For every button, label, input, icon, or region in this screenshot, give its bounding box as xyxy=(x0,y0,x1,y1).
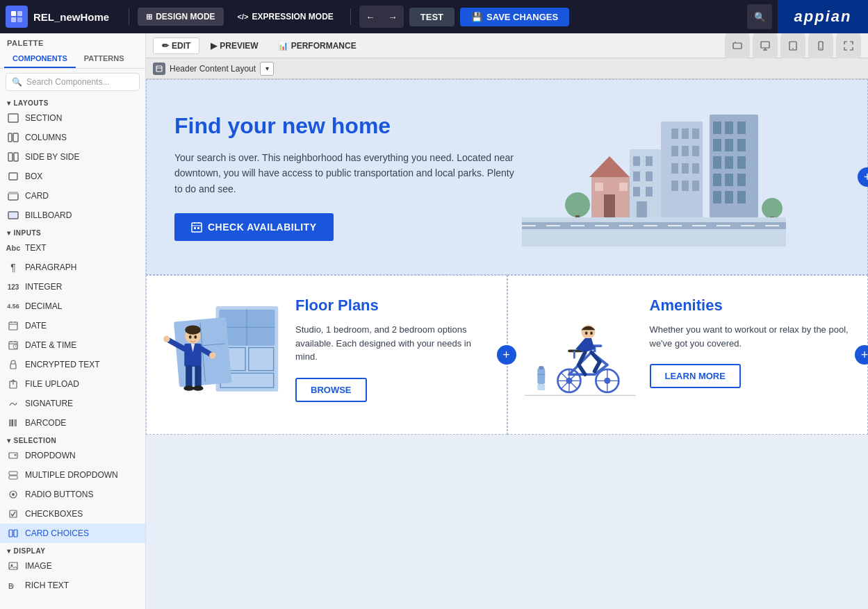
svg-rect-94 xyxy=(646,156,653,166)
svg-rect-71 xyxy=(682,163,689,174)
learn-more-btn[interactable]: LEARN MORE xyxy=(650,364,741,388)
palette-item-sidebyside[interactable]: SIDE BY SIDE xyxy=(0,147,145,167)
amenities-title: Amenities xyxy=(650,297,851,315)
undo-redo-group: ← → xyxy=(359,6,404,28)
palette-item-decimal[interactable]: 4.56 DECIMAL xyxy=(0,297,145,316)
tab-performance[interactable]: 📊 PERFORMANCE xyxy=(270,38,365,53)
palette-item-barcode[interactable]: BARCODE xyxy=(0,413,145,433)
svg-rect-84 xyxy=(725,156,733,169)
columns-icon xyxy=(7,131,19,144)
svg-point-53 xyxy=(820,48,821,49)
breadcrumb-bar: Header Content Layout ▾ xyxy=(146,58,868,79)
palette-item-datetime[interactable]: DATE & TIME xyxy=(0,335,145,355)
palette-item-paragraph[interactable]: ¶ PARAGRAPH xyxy=(0,258,145,277)
svg-rect-98 xyxy=(646,187,653,197)
fileupload-icon xyxy=(7,378,19,390)
section-selection: ▾ SELECTION xyxy=(0,433,145,446)
test-btn[interactable]: TEST xyxy=(409,8,455,26)
search-btn[interactable]: 🔍 xyxy=(747,4,772,29)
desktop-icon-btn[interactable] xyxy=(753,33,778,58)
svg-rect-11 xyxy=(8,192,18,194)
palette-item-fileupload[interactable]: FILE UPLOAD xyxy=(0,374,145,394)
palette-item-integer[interactable]: 123 INTEGER xyxy=(0,277,145,297)
palette-item-richtext[interactable]: BI RICH TEXT xyxy=(0,576,145,595)
palette-item-multidropdown[interactable]: MULTIPLE DROPDOWN xyxy=(0,465,145,485)
add-between-cards-btn[interactable]: + xyxy=(497,345,516,365)
chevron-down-icon-display: ▾ xyxy=(7,547,11,555)
palette-item-date[interactable]: DATE xyxy=(0,316,145,335)
mobile-icon-btn[interactable] xyxy=(808,33,833,58)
palette-item-box[interactable]: BOX xyxy=(0,167,145,186)
edit-icon: ✏ xyxy=(162,41,169,51)
card-icon xyxy=(7,190,19,202)
undo-btn[interactable]: ← xyxy=(359,6,382,28)
palette-item-radio[interactable]: RADIO BUTTONS xyxy=(0,485,145,504)
search-components-box[interactable]: 🔍 Search Components... xyxy=(6,73,140,91)
right-area: ✏ EDIT ▶ PREVIEW 📊 PERFORMANCE xyxy=(146,33,868,609)
save-changes-btn[interactable]: 💾 SAVE CHANGES xyxy=(460,8,569,26)
svg-rect-83 xyxy=(713,156,721,169)
expression-mode-btn[interactable]: </> EXPRESSION MODE xyxy=(229,8,342,26)
paragraph-icon: ¶ xyxy=(7,261,19,274)
palette-item-image[interactable]: IMAGE xyxy=(0,556,145,576)
hero-content: Find your new home Your search is over. … xyxy=(174,113,522,241)
section-inputs: ▾ INPUTS xyxy=(0,225,145,238)
svg-rect-61 xyxy=(197,227,199,229)
divider-1 xyxy=(129,8,129,25)
floor-plans-desc: Studio, 1 bedroom, and 2 bedroom options… xyxy=(295,323,490,364)
tab-components[interactable]: COMPONENTS xyxy=(4,50,76,68)
svg-point-160 xyxy=(584,332,587,335)
performance-icon: 📊 xyxy=(278,41,288,51)
palette-item-text[interactable]: Abc TEXT xyxy=(0,238,145,258)
svg-rect-69 xyxy=(692,146,699,156)
amenities-illustration xyxy=(525,297,636,411)
svg-point-51 xyxy=(792,48,794,49)
section-layouts: ▾ LAYOUTS xyxy=(0,95,145,108)
svg-rect-75 xyxy=(692,181,699,191)
floor-plans-card: Floor Plans Studio, 1 bedroom, and 2 bed… xyxy=(146,275,507,435)
embed-icon-btn[interactable] xyxy=(725,33,750,58)
svg-rect-87 xyxy=(725,174,733,186)
add-after-amenities-btn[interactable]: + xyxy=(855,345,868,365)
check-availability-btn[interactable]: CHECK AVAILABILITY xyxy=(174,213,334,241)
redo-btn[interactable]: → xyxy=(382,6,404,28)
palette-item-columns[interactable]: COLUMNS xyxy=(0,128,145,147)
topbar: REL_newHome ⊞ DESIGN MODE </> EXPRESSION… xyxy=(0,0,868,33)
floor-plans-title: Floor Plans xyxy=(295,297,490,315)
palette-item-section[interactable]: SECTION xyxy=(0,108,145,128)
palette-item-encrypted[interactable]: ENCRYPTED TEXT xyxy=(0,355,145,374)
svg-rect-41 xyxy=(9,562,17,569)
hero-illustration xyxy=(522,108,786,247)
expression-icon: </> xyxy=(238,12,249,21)
svg-rect-8 xyxy=(14,153,18,161)
tab-preview[interactable]: ▶ PREVIEW xyxy=(202,38,266,53)
svg-rect-34 xyxy=(9,472,17,475)
palette-item-checkboxes[interactable]: CHECKBOXES xyxy=(0,504,145,524)
tablet-icon-btn[interactable] xyxy=(780,33,805,58)
design-mode-btn[interactable]: ⊞ DESIGN MODE xyxy=(138,8,223,26)
add-section-right-btn[interactable]: + xyxy=(858,167,868,187)
fullscreen-icon-btn[interactable] xyxy=(836,33,861,58)
browse-btn[interactable]: BROWSE xyxy=(295,378,367,402)
svg-rect-1 xyxy=(17,11,22,16)
canvas-inner: Find your new home Your search is over. … xyxy=(146,79,868,609)
tab-patterns[interactable]: PATTERNS xyxy=(76,50,133,68)
breadcrumb-dropdown[interactable]: ▾ xyxy=(260,62,274,76)
dropdown-icon xyxy=(7,449,19,462)
palette-item-signature[interactable]: SIGNATURE xyxy=(0,394,145,413)
section-icon xyxy=(7,112,19,124)
tab-edit[interactable]: ✏ EDIT xyxy=(153,37,199,54)
palette-item-billboard[interactable]: BILLBOARD xyxy=(0,206,145,225)
radio-icon xyxy=(7,488,19,501)
svg-rect-77 xyxy=(713,122,721,134)
svg-rect-91 xyxy=(737,191,746,203)
svg-rect-7 xyxy=(8,153,13,161)
svg-rect-86 xyxy=(713,174,721,186)
palette-item-dropdown[interactable]: DROPDOWN xyxy=(0,446,145,465)
svg-point-105 xyxy=(565,192,590,217)
divider-2 xyxy=(350,8,351,25)
svg-rect-74 xyxy=(682,181,689,191)
palette-item-cardchoices[interactable]: CARD CHOICES xyxy=(0,524,145,543)
main-layout: PALETTE COMPONENTS PATTERNS 🔍 Search Com… xyxy=(0,33,868,609)
palette-item-card[interactable]: CARD xyxy=(0,186,145,206)
